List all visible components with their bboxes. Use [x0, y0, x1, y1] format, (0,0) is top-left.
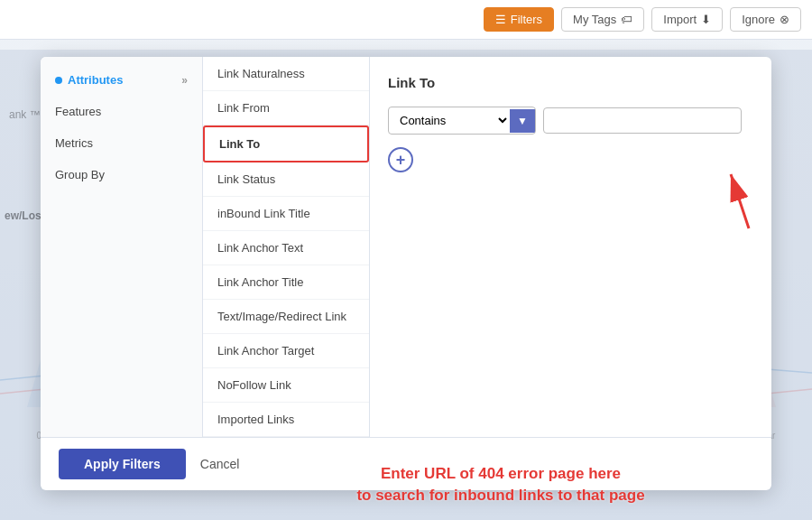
contains-select[interactable]: Contains Does not contain Equals	[389, 107, 510, 134]
sidebar-item-attributes-label: Attributes	[68, 73, 123, 87]
filter-row: Contains Does not contain Equals ▼	[388, 107, 753, 135]
filter-text-input[interactable]	[543, 107, 742, 134]
add-row: +	[388, 147, 753, 172]
modal-footer: Apply Filters Cancel	[41, 437, 771, 490]
active-dot	[55, 77, 62, 84]
filter-item-link-status[interactable]: Link Status	[203, 162, 369, 197]
sidebar-item-metrics[interactable]: Metrics	[41, 127, 202, 159]
filter-item-nofollow-link[interactable]: NoFollow Link	[203, 368, 369, 403]
filters-button[interactable]: ☰ Filters	[484, 7, 554, 32]
cancel-button[interactable]: Cancel	[200, 457, 240, 471]
filter-item-inbound-link-title[interactable]: inBound Link Title	[203, 197, 369, 231]
chevron-right-icon: »	[181, 74, 188, 87]
filter-item-link-naturalness[interactable]: Link Naturalness	[203, 57, 369, 91]
contains-arrow-btn[interactable]: ▼	[510, 109, 535, 133]
filter-icon: ☰	[495, 13, 506, 26]
apply-filters-button[interactable]: Apply Filters	[59, 449, 186, 479]
filter-item-text-image-redirect[interactable]: Text/Image/Redirect Link	[203, 300, 369, 334]
filter-item-imported-links[interactable]: Imported Links	[203, 403, 369, 437]
ignore-label: Ignore	[742, 13, 775, 26]
filter-modal: Attributes » Features Metrics Group By L…	[41, 57, 771, 490]
svg-line-3	[731, 174, 749, 228]
filter-item-link-from[interactable]: Link From	[203, 91, 369, 125]
filter-item-link-anchor-text[interactable]: Link Anchor Text	[203, 231, 369, 265]
sidebar-item-attributes[interactable]: Attributes »	[41, 64, 202, 96]
mytags-label: My Tags	[573, 13, 616, 26]
sidebar-item-features[interactable]: Features	[41, 96, 202, 127]
modal-filter-list: Link Naturalness Link From Link To Link …	[203, 57, 370, 437]
filter-item-link-anchor-target[interactable]: Link Anchor Target	[203, 334, 369, 368]
ignore-button[interactable]: Ignore ⊗	[730, 7, 801, 32]
mytags-icon: 🏷	[621, 13, 632, 26]
modal-sidebar: Attributes » Features Metrics Group By	[41, 57, 203, 437]
sidebar-item-metrics-label: Metrics	[55, 136, 93, 150]
contains-select-wrapper[interactable]: Contains Does not contain Equals ▼	[388, 107, 536, 135]
filter-item-link-to[interactable]: Link To	[203, 125, 369, 162]
sidebar-item-groupby[interactable]: Group By	[41, 159, 202, 190]
sidebar-item-groupby-label: Group By	[55, 168, 105, 181]
sidebar-item-features-label: Features	[55, 105, 101, 118]
ignore-icon: ⊗	[780, 13, 789, 26]
add-filter-button[interactable]: +	[388, 147, 413, 172]
import-icon: ⬇	[701, 13, 711, 26]
import-button[interactable]: Import ⬇	[651, 7, 723, 32]
modal-overlay: Attributes » Features Metrics Group By L…	[0, 50, 812, 520]
top-toolbar: ☰ Filters My Tags 🏷 Import ⬇ Ignore ⊗	[0, 0, 812, 40]
modal-filter-editor: Link To Contains Does not contain Equals…	[370, 57, 771, 437]
import-label: Import	[663, 13, 697, 26]
editor-title: Link To	[388, 75, 753, 90]
filter-item-link-anchor-title[interactable]: Link Anchor Title	[203, 265, 369, 300]
filters-label: Filters	[511, 13, 542, 26]
mytags-button[interactable]: My Tags 🏷	[561, 7, 644, 32]
modal-body: Attributes » Features Metrics Group By L…	[41, 57, 771, 437]
